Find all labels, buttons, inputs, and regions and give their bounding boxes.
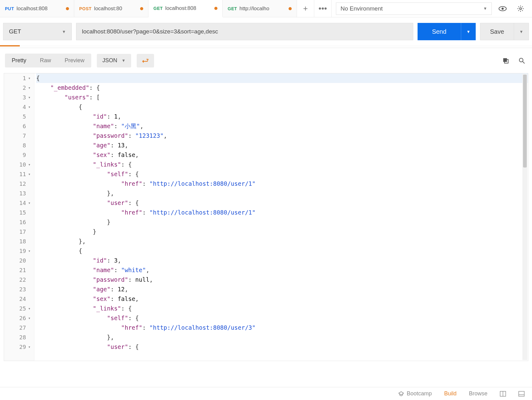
copy-response-icon[interactable] bbox=[500, 55, 511, 66]
line-number[interactable]: 29▾ bbox=[4, 342, 34, 352]
svg-point-5 bbox=[519, 58, 523, 62]
line-number[interactable]: 24 bbox=[4, 294, 34, 304]
tab-method: GET bbox=[153, 6, 163, 11]
settings-icon[interactable] bbox=[513, 2, 528, 15]
line-number[interactable]: 25▾ bbox=[4, 304, 34, 313]
vertical-scrollbar[interactable] bbox=[522, 74, 527, 360]
new-tab-button[interactable]: + bbox=[297, 0, 314, 17]
footer-browse[interactable]: Browse bbox=[469, 390, 487, 397]
search-response-icon[interactable] bbox=[517, 55, 527, 66]
fold-toggle-icon[interactable]: ▾ bbox=[27, 306, 32, 311]
request-tab-3[interactable]: GEThttp://localho bbox=[223, 0, 297, 17]
environment-select[interactable]: No Environment ▼ bbox=[336, 2, 492, 15]
tab-overflow-button[interactable]: ••• bbox=[314, 0, 332, 17]
response-view-preview[interactable]: Preview bbox=[58, 54, 91, 67]
fold-toggle-icon[interactable]: ▾ bbox=[27, 172, 32, 176]
svg-line-6 bbox=[523, 62, 525, 63]
footer-build[interactable]: Build bbox=[444, 390, 457, 397]
line-number[interactable]: 28 bbox=[4, 333, 34, 342]
line-number[interactable]: 2▾ bbox=[4, 83, 34, 93]
line-number[interactable]: 20 bbox=[4, 256, 34, 265]
unsaved-dot-icon bbox=[140, 7, 143, 10]
tab-label: localhost:808 bbox=[165, 5, 196, 11]
fold-toggle-icon[interactable]: ▾ bbox=[27, 76, 32, 80]
chevron-down-icon: ▼ bbox=[122, 58, 126, 63]
response-view-pretty[interactable]: Pretty bbox=[5, 54, 33, 67]
http-method-select[interactable]: GET ▼ bbox=[3, 23, 72, 40]
line-number[interactable]: 11▾ bbox=[4, 169, 34, 179]
line-number[interactable]: 19▾ bbox=[4, 246, 34, 256]
tab-method: PUT bbox=[5, 6, 14, 11]
scrollbar-thumb[interactable] bbox=[523, 75, 527, 167]
tab-label: localhost:80 bbox=[94, 6, 122, 12]
line-number[interactable]: 13 bbox=[4, 189, 34, 198]
active-section-marker bbox=[0, 46, 532, 48]
environment-area: No Environment ▼ bbox=[332, 0, 532, 17]
line-number[interactable]: 23 bbox=[4, 285, 34, 294]
fold-toggle-icon[interactable]: ▾ bbox=[27, 105, 32, 109]
tab-method: GET bbox=[228, 6, 237, 11]
svg-rect-3 bbox=[503, 58, 507, 62]
line-number[interactable]: 18 bbox=[4, 237, 34, 246]
response-format-select[interactable]: JSON ▼ bbox=[97, 54, 131, 67]
line-number[interactable]: 5 bbox=[4, 112, 34, 121]
unsaved-dot-icon bbox=[66, 7, 69, 10]
line-number[interactable]: 14▾ bbox=[4, 198, 34, 208]
footer-bootcamp[interactable]: Bootcamp bbox=[398, 390, 432, 397]
response-view-tabs: PrettyRawPreview bbox=[5, 54, 91, 67]
environment-selected-label: No Environment bbox=[341, 5, 383, 12]
fold-toggle-icon[interactable]: ▾ bbox=[27, 162, 32, 167]
footer-panel-icon[interactable] bbox=[518, 391, 525, 397]
line-number[interactable]: 8 bbox=[4, 141, 34, 150]
line-number[interactable]: 4▾ bbox=[4, 102, 34, 112]
fold-toggle-icon[interactable]: ▾ bbox=[27, 85, 32, 90]
save-button-group: Save ▼ bbox=[480, 23, 529, 40]
request-tab-1[interactable]: POSTlocalhost:80 bbox=[74, 0, 148, 17]
fold-toggle-icon[interactable]: ▾ bbox=[27, 345, 32, 349]
http-method-label: GET bbox=[9, 28, 21, 35]
save-dropdown-button[interactable]: ▼ bbox=[514, 23, 529, 40]
fold-toggle-icon[interactable]: ▾ bbox=[27, 249, 32, 253]
response-format-label: JSON bbox=[102, 57, 117, 64]
line-number[interactable]: 7 bbox=[4, 131, 34, 141]
line-number[interactable]: 26▾ bbox=[4, 313, 34, 323]
save-button[interactable]: Save bbox=[480, 23, 514, 40]
line-wrap-toggle[interactable]: ⮐ bbox=[137, 54, 154, 67]
tab-label: localhost:808 bbox=[17, 6, 48, 12]
fold-toggle-icon[interactable]: ▾ bbox=[27, 316, 32, 320]
line-number[interactable]: 17 bbox=[4, 227, 34, 237]
environment-preview-icon[interactable] bbox=[496, 2, 510, 15]
status-bar: Bootcamp Build Browse bbox=[0, 387, 532, 400]
request-tab-2[interactable]: GETlocalhost:808 bbox=[148, 0, 223, 17]
send-dropdown-button[interactable]: ▼ bbox=[461, 23, 476, 40]
svg-point-1 bbox=[502, 7, 504, 10]
line-number[interactable]: 1▾ bbox=[4, 73, 34, 83]
request-url-input[interactable] bbox=[76, 23, 413, 40]
line-number[interactable]: 15 bbox=[4, 208, 34, 217]
footer-two-pane-icon[interactable] bbox=[500, 391, 506, 397]
line-number[interactable]: 6 bbox=[4, 121, 34, 131]
send-button[interactable]: Send bbox=[418, 23, 461, 40]
line-number[interactable]: 10▾ bbox=[4, 160, 34, 169]
chevron-down-icon: ▼ bbox=[62, 29, 66, 34]
fold-toggle-icon[interactable]: ▾ bbox=[27, 201, 32, 205]
chevron-down-icon: ▼ bbox=[519, 29, 523, 34]
response-body-code[interactable]: { "_embedded": { "users": [ { "id": 1, "… bbox=[34, 73, 528, 361]
line-number[interactable]: 22 bbox=[4, 275, 34, 285]
chevron-down-icon: ▼ bbox=[483, 6, 487, 11]
svg-point-2 bbox=[520, 8, 521, 10]
request-tab-0[interactable]: PUTlocalhost:808 bbox=[0, 0, 74, 17]
fold-toggle-icon[interactable]: ▾ bbox=[27, 95, 32, 100]
line-number[interactable]: 3▾ bbox=[4, 93, 34, 102]
tabs-row: PUTlocalhost:808POSTlocalhost:80GETlocal… bbox=[0, 0, 532, 17]
send-button-group: Send ▼ bbox=[418, 23, 476, 40]
line-number[interactable]: 16 bbox=[4, 217, 34, 227]
line-number[interactable]: 9 bbox=[4, 150, 34, 160]
line-number-gutter[interactable]: 1▾2▾3▾4▾5678910▾11▾121314▾1516171819▾202… bbox=[4, 73, 34, 361]
line-number[interactable]: 12 bbox=[4, 179, 34, 189]
line-number[interactable]: 27 bbox=[4, 323, 34, 333]
line-number[interactable]: 21 bbox=[4, 265, 34, 275]
response-view-raw[interactable]: Raw bbox=[33, 54, 58, 67]
svg-rect-9 bbox=[519, 391, 524, 396]
tab-label: http://localho bbox=[239, 6, 269, 12]
